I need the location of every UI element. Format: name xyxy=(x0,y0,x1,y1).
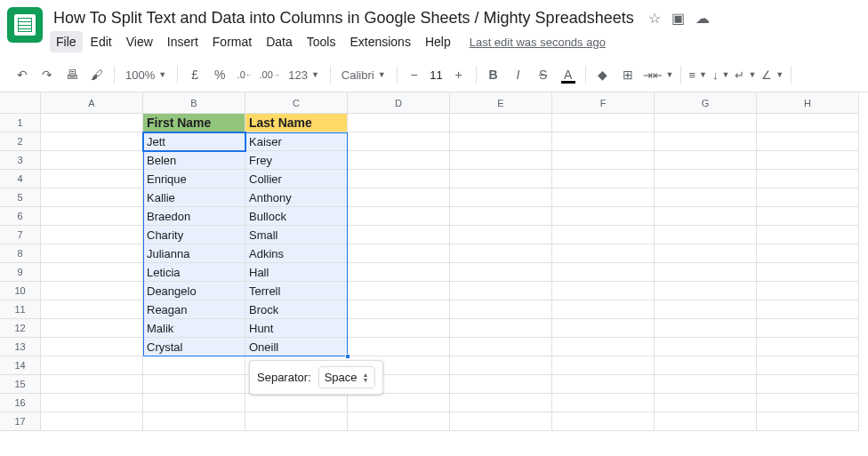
row-header[interactable]: 13 xyxy=(0,338,41,356)
cell[interactable]: Brock xyxy=(245,300,348,319)
row-header[interactable]: 5 xyxy=(0,188,41,207)
cell[interactable] xyxy=(348,338,450,356)
cell[interactable] xyxy=(757,188,859,207)
cell[interactable]: Crystal xyxy=(143,338,245,356)
column-header-c[interactable]: C xyxy=(245,92,348,114)
menu-insert[interactable]: Insert xyxy=(161,31,205,52)
cell[interactable] xyxy=(655,300,757,319)
move-icon[interactable]: ▣ xyxy=(671,10,685,27)
cell[interactable] xyxy=(450,170,552,188)
column-header-a[interactable]: A xyxy=(41,92,143,114)
font-size-increase[interactable]: + xyxy=(447,63,470,86)
fill-color-button[interactable]: ◆ xyxy=(591,63,615,86)
redo-button[interactable]: ↷ xyxy=(36,63,59,86)
star-icon[interactable]: ☆ xyxy=(648,10,661,27)
cell[interactable] xyxy=(41,114,143,132)
cell[interactable] xyxy=(348,319,450,338)
cell[interactable] xyxy=(41,394,143,412)
cell[interactable] xyxy=(757,263,859,282)
column-header-h[interactable]: H xyxy=(757,92,859,114)
cell[interactable]: Kallie xyxy=(143,188,245,207)
cell[interactable] xyxy=(552,151,655,170)
cell[interactable] xyxy=(655,319,757,338)
menu-format[interactable]: Format xyxy=(206,31,258,52)
cell[interactable] xyxy=(552,375,655,394)
row-header[interactable]: 14 xyxy=(0,356,41,375)
cell[interactable] xyxy=(348,114,450,132)
italic-button[interactable]: I xyxy=(507,63,530,86)
row-header[interactable]: 15 xyxy=(0,375,41,394)
cell[interactable] xyxy=(143,375,245,394)
vertical-align-dropdown[interactable]: ↓▼ xyxy=(711,63,731,86)
zoom-dropdown[interactable]: 100%▼ xyxy=(120,63,172,86)
row-header[interactable]: 11 xyxy=(0,300,41,319)
cell[interactable] xyxy=(348,170,450,188)
cell[interactable]: First Name xyxy=(143,114,245,132)
cell[interactable] xyxy=(41,282,143,300)
cell[interactable]: Frey xyxy=(245,151,348,170)
cell[interactable] xyxy=(143,412,245,431)
cell[interactable] xyxy=(552,412,655,431)
cell[interactable] xyxy=(552,244,655,263)
more-formats-dropdown[interactable]: 123▼ xyxy=(283,63,325,86)
cell[interactable] xyxy=(552,282,655,300)
sheets-logo[interactable] xyxy=(7,7,43,43)
cell[interactable] xyxy=(450,375,552,394)
separator-dropdown[interactable]: Space ▲▼ xyxy=(318,366,375,388)
cell[interactable]: Jett xyxy=(143,132,245,151)
cell[interactable] xyxy=(348,132,450,151)
cell[interactable]: Collier xyxy=(245,170,348,188)
cell[interactable] xyxy=(655,338,757,356)
cell[interactable] xyxy=(348,151,450,170)
font-size-decrease[interactable]: − xyxy=(403,63,426,86)
percent-button[interactable]: % xyxy=(208,63,231,86)
cell[interactable] xyxy=(348,300,450,319)
cell[interactable] xyxy=(757,356,859,375)
cell[interactable]: Leticia xyxy=(143,263,245,282)
cell[interactable] xyxy=(41,375,143,394)
row-header[interactable]: 6 xyxy=(0,207,41,226)
currency-button[interactable]: £ xyxy=(183,63,206,86)
row-header[interactable]: 3 xyxy=(0,151,41,170)
cell[interactable] xyxy=(450,207,552,226)
print-button[interactable]: 🖶 xyxy=(60,63,84,86)
cell[interactable] xyxy=(655,263,757,282)
cell[interactable]: Last Name xyxy=(245,114,348,132)
paint-format-button[interactable]: 🖌 xyxy=(85,63,108,86)
cloud-icon[interactable]: ☁ xyxy=(695,10,710,27)
cell[interactable]: Adkins xyxy=(245,244,348,263)
horizontal-align-dropdown[interactable]: ≡▼ xyxy=(687,63,709,86)
merge-cells-dropdown[interactable]: ⇥⇤▼ xyxy=(641,63,676,86)
text-rotation-dropdown[interactable]: ∠▼ xyxy=(760,63,785,86)
cell[interactable] xyxy=(450,338,552,356)
cell[interactable] xyxy=(41,319,143,338)
row-header[interactable]: 10 xyxy=(0,282,41,300)
text-wrap-dropdown[interactable]: ↵▼ xyxy=(733,63,758,86)
cell[interactable] xyxy=(41,207,143,226)
cell[interactable] xyxy=(41,244,143,263)
cell[interactable] xyxy=(757,394,859,412)
cell[interactable] xyxy=(348,263,450,282)
cell[interactable] xyxy=(757,338,859,356)
menu-view[interactable]: View xyxy=(120,31,159,52)
cell[interactable] xyxy=(552,226,655,244)
cell[interactable] xyxy=(757,375,859,394)
cell[interactable]: Kaiser xyxy=(245,132,348,151)
bold-button[interactable]: B xyxy=(482,63,505,86)
cell[interactable] xyxy=(552,207,655,226)
cell[interactable] xyxy=(757,244,859,263)
cell[interactable] xyxy=(450,319,552,338)
cell[interactable] xyxy=(655,412,757,431)
cell[interactable] xyxy=(757,282,859,300)
cell[interactable] xyxy=(757,114,859,132)
borders-button[interactable]: ⊞ xyxy=(616,63,639,86)
selection-handle[interactable] xyxy=(345,354,350,359)
increase-decimal-button[interactable]: .00→ xyxy=(258,63,281,86)
cell[interactable] xyxy=(552,114,655,132)
column-header-b[interactable]: B xyxy=(143,92,245,114)
cell[interactable] xyxy=(552,132,655,151)
cell[interactable] xyxy=(757,207,859,226)
decrease-decimal-button[interactable]: .0← xyxy=(233,63,256,86)
cell[interactable] xyxy=(41,263,143,282)
cell[interactable] xyxy=(41,300,143,319)
